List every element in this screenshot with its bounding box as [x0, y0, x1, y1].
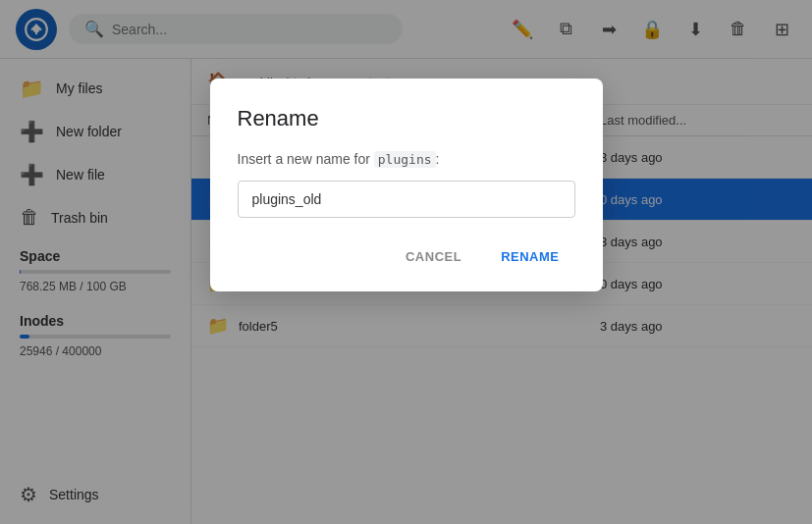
rename-input[interactable] — [238, 181, 575, 218]
cancel-button[interactable]: CANCEL — [390, 241, 477, 272]
modal-subtitle-prefix: Insert a new name for — [238, 151, 374, 167]
modal-filename: plugins — [374, 151, 436, 168]
modal-subtitle-suffix: : — [436, 151, 440, 167]
modal-subtitle: Insert a new name for plugins: — [238, 151, 575, 167]
modal-overlay: Rename Insert a new name for plugins: CA… — [0, 0, 812, 524]
rename-modal: Rename Insert a new name for plugins: CA… — [210, 79, 603, 291]
modal-actions: CANCEL RENAME — [238, 241, 575, 272]
modal-title: Rename — [238, 106, 575, 131]
rename-button[interactable]: RENAME — [485, 241, 574, 272]
